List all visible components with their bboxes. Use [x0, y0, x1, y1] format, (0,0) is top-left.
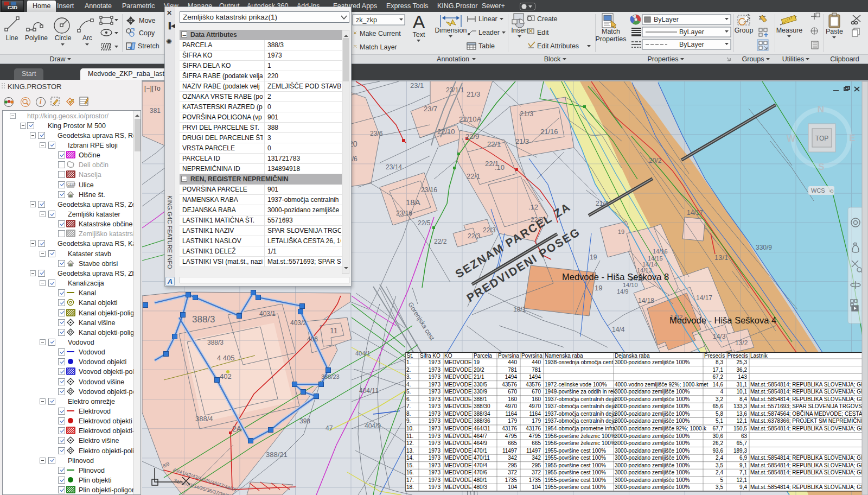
- svg-text:1973: 1973: [429, 426, 441, 431]
- svg-text:1937-območja centralnih deja: 1937-območja centralnih deja: [545, 396, 616, 402]
- svg-text:19: 19: [474, 359, 480, 365]
- svg-text:1955-površine cest 100%: 1955-površine cest 100%: [545, 469, 606, 475]
- svg-text:13.: 13.: [406, 448, 414, 454]
- svg-text:Group: Group: [735, 27, 754, 34]
- svg-text:5: 5: [720, 477, 723, 483]
- svg-text:Presecis: Presecis: [704, 353, 725, 359]
- svg-text:.10: .10: [495, 163, 505, 172]
- svg-text:26,2: 26,2: [713, 440, 724, 446]
- svg-text:1.: 1.: [406, 359, 411, 365]
- svg-text:3,5: 3,5: [716, 462, 723, 468]
- svg-text:1973: 1973: [429, 455, 441, 461]
- svg-text:11497: 11497: [526, 448, 541, 454]
- svg-text:MEDVODE: MEDVODE: [444, 448, 472, 454]
- svg-text:402: 402: [220, 372, 232, 380]
- svg-text:4 405: 4 405: [217, 354, 235, 362]
- svg-text:22/1: 22/1: [467, 172, 480, 180]
- svg-text:15.: 15.: [406, 462, 414, 468]
- svg-text:388/4: 388/4: [195, 415, 213, 423]
- svg-text:MEDVODE: MEDVODE: [444, 469, 472, 475]
- svg-text:MEDVODE: MEDVODE: [444, 411, 472, 417]
- svg-text:1955-površine cest 100%: 1955-površine cest 100%: [545, 484, 606, 490]
- svg-text:440: 440: [508, 359, 517, 365]
- svg-text:3000-pozidano zemljišče 100%: 3000-pozidano zemljišče 100%: [615, 389, 690, 395]
- svg-text:388/36: 388/36: [474, 418, 490, 424]
- svg-text:781: 781: [508, 367, 517, 373]
- svg-text:Circle: Circle: [55, 34, 72, 42]
- svg-text:12,1: 12,1: [737, 418, 748, 424]
- svg-text:1973: 1973: [429, 433, 441, 439]
- svg-text:Clipboard: Clipboard: [830, 55, 859, 63]
- svg-text:440: 440: [532, 359, 541, 365]
- svg-text:403/2: 403/2: [290, 319, 307, 327]
- svg-text:[−][To: [−][To: [144, 85, 161, 92]
- svg-text:5.: 5.: [406, 389, 411, 395]
- svg-text:295: 295: [508, 462, 517, 468]
- svg-text:8,4: 8,4: [739, 396, 747, 402]
- svg-text:1973: 1973: [429, 411, 441, 417]
- svg-text:21/16: 21/16: [540, 128, 558, 136]
- svg-text:Dimension: Dimension: [435, 27, 467, 34]
- svg-text:10.: 10.: [406, 426, 414, 431]
- svg-text:1973: 1973: [429, 484, 441, 490]
- svg-text:10,1: 10,1: [737, 389, 748, 395]
- svg-text:19: 19: [590, 253, 597, 261]
- svg-text:MEDVODE: MEDVODE: [444, 462, 472, 468]
- svg-text:470/11: 470/11: [474, 455, 490, 461]
- svg-text:ByLayer: ByLayer: [654, 16, 679, 23]
- svg-text:3000-pozidano zemljišče 100%: 3000-pozidano zemljišče 100%: [615, 418, 690, 424]
- svg-text:Mat.st.:5854814; REPUBLIKA SLO: Mat.st.:5854814; REPUBLIKA SLOVENIJA; GR…: [750, 396, 868, 402]
- svg-text:1973: 1973: [429, 403, 441, 409]
- svg-text:3000-pozidano zemljišče 100%: 3000-pozidano zemljišče 100%: [615, 448, 690, 454]
- svg-text:18/1: 18/1: [513, 306, 526, 313]
- svg-text:1973: 1973: [429, 382, 441, 388]
- svg-text:14/17: 14/17: [696, 294, 712, 302]
- svg-text:22/3: 22/3: [468, 232, 481, 240]
- svg-text:Match: Match: [602, 28, 620, 35]
- svg-text:670: 670: [508, 389, 517, 395]
- svg-text:14/10: 14/10: [623, 282, 638, 288]
- svg-text:MEDVODE: MEDVODE: [444, 396, 472, 402]
- svg-text:4970: 4970: [505, 403, 518, 409]
- svg-text:Povrsina: Povrsina: [521, 353, 542, 359]
- svg-text:1973: 1973: [429, 418, 441, 424]
- svg-text:14/3: 14/3: [713, 333, 726, 340]
- svg-text:Measure: Measure: [776, 27, 803, 34]
- svg-text:18.: 18.: [406, 484, 414, 490]
- svg-text:23/6: 23/6: [370, 130, 383, 137]
- svg-text:470/6: 470/6: [474, 469, 487, 475]
- svg-text:160: 160: [508, 396, 517, 402]
- svg-text:Leader: Leader: [478, 29, 500, 36]
- svg-text:65,7: 65,7: [737, 440, 748, 446]
- svg-text:14/4: 14/4: [612, 326, 625, 333]
- svg-text:MEDVODE: MEDVODE: [444, 426, 472, 431]
- svg-text:295: 295: [532, 462, 541, 468]
- svg-text:Linear: Linear: [478, 15, 497, 23]
- svg-text:Text: Text: [413, 31, 425, 39]
- svg-text:93,6: 93,6: [713, 448, 724, 454]
- svg-text:1955-površine cest 100%: 1955-površine cest 100%: [545, 455, 606, 461]
- svg-text:4795: 4795: [505, 433, 518, 439]
- svg-text:372: 372: [508, 469, 517, 475]
- svg-text:470/4: 470/4: [474, 462, 487, 468]
- svg-text:464/31: 464/31: [474, 426, 490, 431]
- svg-text:388/34: 388/34: [474, 411, 490, 417]
- svg-text:1973: 1973: [429, 389, 441, 395]
- svg-text:Mat.st.:5854814; REPUBLIKA SLO: Mat.st.:5854814; REPUBLIKA SLOVENIJA; GR…: [750, 388, 868, 395]
- svg-text:Mat.st.:5854814; REPUBLIKA SLO: Mat.st.:5854814; REPUBLIKA SLOVENIJA; GR…: [750, 381, 868, 388]
- svg-text:MEDVODE: MEDVODE: [444, 389, 472, 395]
- svg-text:20/2: 20/2: [474, 367, 484, 373]
- svg-text:.12: .12: [528, 203, 538, 211]
- svg-text:Edit Attributes: Edit Attributes: [537, 42, 579, 50]
- svg-text:36,2: 36,2: [737, 367, 748, 373]
- svg-text:3000-pozidano zemljišče 100%: 3000-pozidano zemljišče 100%: [615, 477, 690, 483]
- svg-text:7,1: 7,1: [739, 469, 747, 475]
- svg-text:14/17: 14/17: [687, 209, 703, 217]
- svg-text:Utilities: Utilities: [782, 55, 804, 63]
- svg-text:Move: Move: [139, 17, 156, 24]
- svg-text:14,6: 14,6: [713, 382, 724, 388]
- svg-text:189,3: 189,3: [733, 448, 747, 454]
- svg-text:11: 11: [330, 326, 338, 335]
- svg-text:65,6: 65,6: [713, 403, 724, 409]
- svg-text:Mat.st.:5874564; OBČINA MEDVOD: Mat.st.:5874564; OBČINA MEDVODE; CESTA K…: [750, 410, 868, 417]
